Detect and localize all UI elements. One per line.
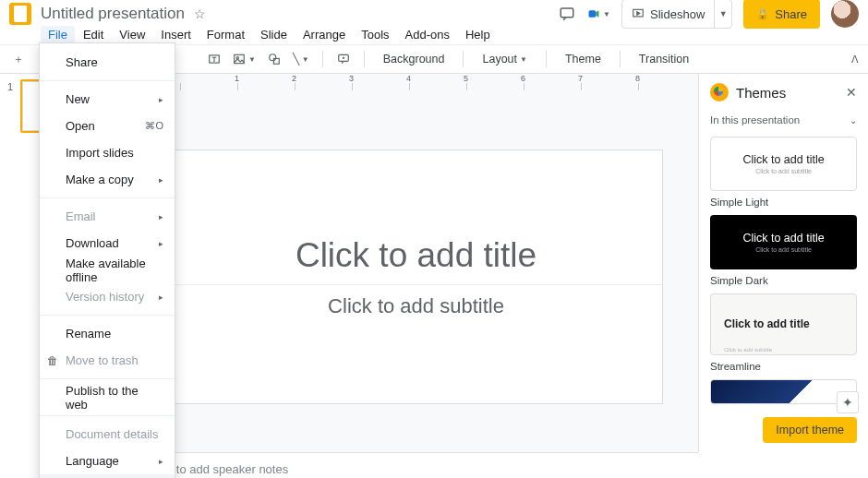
background-button[interactable]: Background: [376, 49, 452, 69]
slides-logo[interactable]: [9, 3, 31, 25]
themes-icon: [710, 83, 729, 102]
theme-card-next[interactable]: [710, 379, 857, 404]
shortcut: ⌘O: [145, 120, 163, 132]
file-menu-dropdown: Share New▸ Open⌘O Import slides Make a c…: [39, 42, 175, 478]
svg-point-6: [270, 54, 276, 61]
image-icon[interactable]: ▼: [231, 49, 258, 69]
menu-new[interactable]: New▸: [40, 86, 175, 113]
themes-section-label: In this presentation: [710, 114, 800, 125]
menu-insert[interactable]: Insert: [153, 26, 199, 43]
chevron-down-icon: ⌄: [850, 115, 857, 125]
chevron-right-icon: ▸: [159, 212, 163, 221]
lock-icon: 🔒: [756, 8, 769, 20]
slideshow-group: Slideshow ▼: [621, 0, 732, 29]
theme-card-sub: Click to add subtitle: [755, 246, 812, 253]
doc-title[interactable]: Untitled presentation: [41, 5, 185, 23]
transition-button[interactable]: Transition: [632, 49, 696, 69]
chevron-right-icon: ▸: [159, 239, 163, 248]
svg-rect-7: [273, 58, 279, 64]
line-icon[interactable]: ╲▼: [291, 49, 311, 69]
trash-icon: 🗑: [47, 354, 58, 367]
menu-import-slides[interactable]: Import slides: [40, 139, 175, 166]
new-slide-button[interactable]: ＋: [9, 49, 28, 69]
menu-email: Email▸: [40, 203, 175, 230]
comments-icon[interactable]: [557, 4, 577, 24]
close-icon[interactable]: ✕: [846, 85, 857, 100]
ruler-horizontal: [134, 74, 698, 90]
menu-rename[interactable]: Rename: [40, 320, 175, 347]
shape-icon[interactable]: [265, 49, 283, 69]
menu-addons[interactable]: Add-ons: [398, 26, 457, 43]
slide-subtitle-placeholder[interactable]: Click to add subtitle: [171, 284, 662, 318]
slide-title-placeholder[interactable]: Click to add title: [295, 236, 536, 275]
chevron-right-icon: ▸: [159, 293, 163, 302]
svg-rect-1: [589, 10, 597, 18]
svg-rect-4: [235, 54, 245, 63]
share-label: Share: [775, 7, 807, 21]
theme-card-title: Click to add title: [742, 153, 824, 166]
themes-section-header[interactable]: In this presentation ⌄: [699, 111, 868, 129]
menu-arrange[interactable]: Arrange: [295, 26, 353, 43]
menu-doc-details: Document details: [40, 421, 175, 448]
menu-language[interactable]: Language▸: [40, 448, 175, 474]
layout-button[interactable]: Layout▼: [475, 49, 534, 69]
slide-canvas[interactable]: Click to add title Click to add subtitle: [170, 149, 663, 404]
menu-file[interactable]: File: [41, 26, 75, 43]
menu-make-copy[interactable]: Make a copy▸: [40, 166, 175, 193]
theme-card-sub: Click to add subtitle: [724, 347, 772, 353]
share-button[interactable]: 🔒 Share: [743, 0, 820, 29]
menu-version-history: Version history▸: [40, 283, 175, 310]
avatar[interactable]: [831, 0, 859, 28]
theme-card-sub: Click to add subtitle: [755, 168, 812, 174]
slideshow-dropdown[interactable]: ▼: [715, 9, 731, 18]
theme-name: Simple Dark: [710, 275, 857, 286]
theme-card-simple-dark[interactable]: Click to add title Click to add subtitle: [710, 215, 857, 269]
menu-tools[interactable]: Tools: [354, 26, 396, 43]
menu-edit[interactable]: Edit: [76, 26, 111, 43]
import-theme-button[interactable]: Import theme: [763, 417, 857, 443]
explore-button[interactable]: ✦: [837, 391, 859, 413]
star-icon[interactable]: ☆: [194, 6, 206, 21]
menu-open[interactable]: Open⌘O: [40, 113, 175, 139]
theme-name: Streamline: [710, 361, 857, 372]
chevron-right-icon: ▸: [159, 175, 163, 185]
menu-publish[interactable]: Publish to the web: [40, 384, 175, 411]
menu-format[interactable]: Format: [199, 26, 252, 43]
theme-card-simple-light[interactable]: Click to add title Click to add subtitle: [710, 137, 857, 191]
meet-button[interactable]: ▼: [588, 3, 610, 25]
menu-help[interactable]: Help: [458, 26, 498, 43]
slide-number: 1: [7, 79, 20, 133]
comment-icon[interactable]: [334, 49, 353, 69]
layout-label: Layout: [482, 53, 517, 66]
slideshow-button[interactable]: Slideshow: [622, 0, 715, 28]
menu-page-setup[interactable]: Page setup: [40, 474, 175, 478]
theme-card-title: Click to add title: [724, 317, 810, 330]
canvas-area: Click to add title Click to add subtitle: [134, 74, 698, 452]
themes-title: Themes: [736, 85, 838, 101]
chevron-right-icon: ▸: [159, 95, 163, 104]
menu-slide[interactable]: Slide: [253, 26, 295, 43]
menu-share[interactable]: Share: [40, 49, 175, 76]
menu-move-trash: 🗑Move to trash: [40, 347, 175, 374]
menu-download[interactable]: Download▸: [40, 230, 175, 257]
slideshow-label: Slideshow: [650, 7, 705, 21]
collapse-toolbar-icon[interactable]: ᐱ: [851, 54, 859, 66]
menu-offline[interactable]: Make available offline: [40, 257, 175, 283]
svg-rect-0: [561, 8, 573, 18]
theme-card-streamline[interactable]: Click to add title Click to add subtitle: [710, 293, 857, 355]
theme-card-title: Click to add title: [742, 232, 824, 245]
theme-button[interactable]: Theme: [558, 49, 609, 69]
menu-view[interactable]: View: [112, 26, 152, 43]
textbox-icon[interactable]: [205, 49, 223, 69]
chevron-right-icon: ▸: [159, 457, 163, 466]
theme-name: Simple Light: [710, 197, 857, 208]
speaker-notes[interactable]: Click to add speaker notes: [134, 452, 698, 478]
